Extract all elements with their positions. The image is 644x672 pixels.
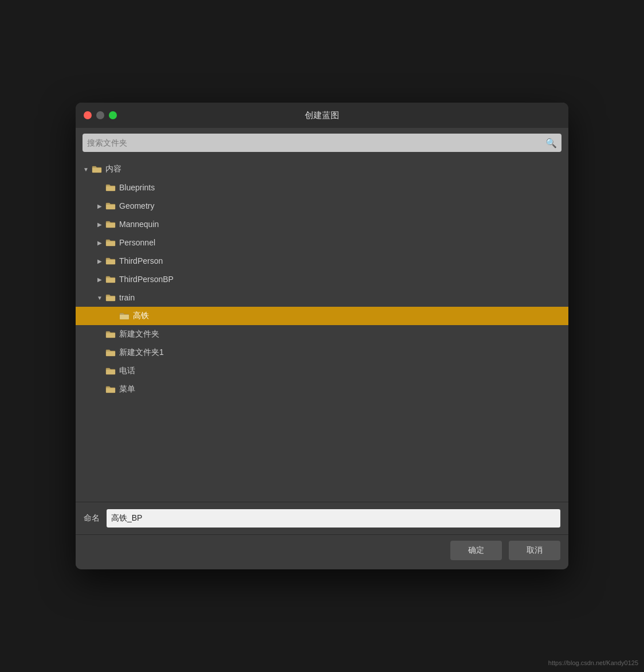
traffic-lights — [84, 111, 117, 119]
window-title: 创建蓝图 — [305, 110, 339, 121]
train-arrow-icon — [96, 294, 103, 301]
confirm-button[interactable]: 确定 — [450, 541, 502, 560]
maximize-button[interactable] — [109, 111, 117, 119]
name-label: 命名 — [84, 513, 100, 523]
search-icon: 🔍 — [545, 138, 557, 149]
buttons-area: 确定 取消 — [76, 534, 568, 569]
tree-item-new-folder1[interactable]: 新建文件夹1 — [76, 343, 568, 362]
search-input[interactable] — [87, 138, 545, 147]
new-folder-label: 新建文件夹 — [119, 329, 159, 339]
tree-area[interactable]: 内容 Blueprints Geometry Mannequin Personn… — [76, 158, 568, 502]
train-folder-icon — [105, 294, 116, 302]
title-bar: 创建蓝图 — [76, 103, 568, 128]
blueprints-folder-icon — [105, 183, 116, 192]
thirdperson-arrow-icon — [96, 257, 103, 264]
tree-item-menu[interactable]: 菜单 — [76, 380, 568, 398]
personnel-arrow-icon — [96, 239, 103, 246]
thirdpersonbp-arrow-icon — [96, 276, 103, 283]
gaotie-label: 高铁 — [133, 311, 149, 321]
gaotie-folder-icon — [119, 312, 129, 320]
new-folder1-folder-icon — [105, 349, 116, 357]
menu-folder-icon — [105, 385, 116, 393]
tree-item-blueprints[interactable]: Blueprints — [76, 178, 568, 197]
mannequin-label: Mannequin — [119, 220, 159, 229]
thirdperson-folder-icon — [105, 257, 116, 265]
thirdperson-label: ThirdPerson — [119, 256, 163, 265]
phone-label: 电话 — [119, 366, 135, 376]
tree-item-new-folder[interactable]: 新建文件夹 — [76, 325, 568, 343]
search-bar: 🔍 — [83, 134, 561, 152]
tree-item-content[interactable]: 内容 — [76, 160, 568, 178]
tree-item-personnel[interactable]: Personnel — [76, 233, 568, 252]
watermark: https://blog.csdn.net/Kandy0125 — [548, 659, 638, 666]
geometry-arrow-icon — [96, 202, 103, 209]
name-area: 命名 — [76, 502, 568, 534]
content-folder-icon — [92, 165, 102, 173]
thirdpersonbp-label: ThirdPersonBP — [119, 275, 174, 284]
tree-item-mannequin[interactable]: Mannequin — [76, 215, 568, 233]
new-folder1-label: 新建文件夹1 — [119, 347, 164, 358]
train-label: train — [119, 293, 135, 302]
thirdpersonbp-folder-icon — [105, 275, 116, 283]
content-label: 内容 — [105, 164, 121, 174]
new-folder-folder-icon — [105, 330, 116, 338]
content-arrow-icon — [83, 166, 89, 173]
tree-item-thirdperson[interactable]: ThirdPerson — [76, 252, 568, 270]
name-input[interactable] — [107, 509, 560, 528]
personnel-folder-icon — [105, 239, 116, 247]
tree-item-geometry[interactable]: Geometry — [76, 197, 568, 215]
blueprints-label: Blueprints — [119, 183, 155, 192]
menu-label: 菜单 — [119, 384, 135, 394]
geometry-folder-icon — [105, 202, 116, 210]
geometry-label: Geometry — [119, 201, 154, 210]
dialog-window: 创建蓝图 🔍 内容 Blueprints Geometry Mannequin … — [76, 103, 568, 569]
mannequin-folder-icon — [105, 220, 116, 228]
tree-item-phone[interactable]: 电话 — [76, 362, 568, 380]
personnel-label: Personnel — [119, 238, 155, 247]
cancel-button[interactable]: 取消 — [509, 541, 560, 560]
minimize-button[interactable] — [96, 111, 104, 119]
tree-item-gaotie[interactable]: 高铁 — [76, 307, 568, 325]
close-button[interactable] — [84, 111, 92, 119]
mannequin-arrow-icon — [96, 221, 103, 228]
phone-folder-icon — [105, 367, 116, 375]
tree-item-thirdpersonbp[interactable]: ThirdPersonBP — [76, 270, 568, 288]
tree-item-train[interactable]: train — [76, 288, 568, 307]
